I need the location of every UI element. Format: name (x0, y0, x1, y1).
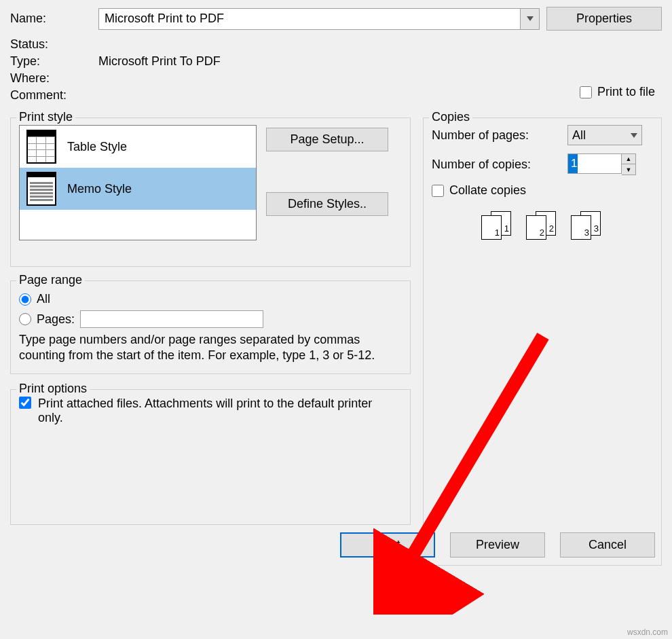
print-style-legend: Print style (16, 110, 75, 124)
page-range-help: Type page numbers and/or page ranges sep… (19, 332, 402, 364)
preview-button[interactable]: Preview (450, 532, 545, 558)
page-range-all-label: All (37, 292, 50, 306)
page-range-all-radio[interactable] (19, 293, 31, 306)
print-style-group: Print style Table Style (10, 117, 411, 267)
print-options-group: Print options Print attached files. Atta… (10, 389, 411, 525)
where-label: Where: (10, 71, 92, 86)
style-item-table[interactable]: Table Style (20, 126, 256, 168)
page-range-pages-label: Pages: (37, 312, 75, 327)
print-options-legend: Print options (16, 382, 90, 396)
printer-name-value: Microsoft Print to PDF (99, 12, 520, 26)
properties-button[interactable]: Properties (546, 7, 662, 31)
chevron-down-icon (631, 133, 637, 138)
num-copies-label: Number of copies: (432, 158, 561, 172)
watermark: wsxdn.com (627, 627, 668, 637)
printer-name-combo[interactable]: Microsoft Print to PDF (98, 8, 540, 30)
copies-group: Copies Number of pages: All Number of co… (423, 117, 662, 566)
memo-style-icon (26, 172, 56, 206)
num-copies-input[interactable] (567, 153, 622, 174)
collate-label: Collate copies (449, 183, 526, 198)
spin-down-icon[interactable]: ▼ (622, 164, 635, 175)
chevron-down-icon[interactable] (520, 9, 539, 29)
print-button[interactable]: Print (340, 532, 435, 558)
table-style-icon (26, 130, 56, 164)
print-attached-label: Print attached files. Attachments will p… (38, 397, 377, 425)
name-label: Name: (10, 12, 92, 26)
type-value: Microsoft Print To PDF (98, 54, 662, 69)
define-styles-button[interactable]: Define Styles.. (266, 192, 388, 216)
print-attached-checkbox[interactable] (19, 397, 31, 409)
collate-illustration: 11 22 33 (432, 211, 653, 240)
print-to-file-checkbox[interactable] (580, 86, 592, 98)
num-pages-label: Number of pages: (432, 128, 561, 143)
spin-up-icon[interactable]: ▲ (622, 154, 635, 164)
page-range-legend: Page range (16, 273, 85, 287)
status-label: Status: (10, 37, 92, 52)
type-label: Type: (10, 54, 92, 69)
style-item-memo[interactable]: Memo Style (20, 168, 256, 210)
pages-input[interactable] (80, 310, 263, 328)
print-to-file-label: Print to file (597, 85, 655, 99)
num-copies-spinner[interactable]: ▲ ▼ (567, 153, 636, 175)
comment-value (98, 88, 662, 103)
num-pages-value: All (572, 128, 586, 143)
page-setup-button[interactable]: Page Setup... (266, 128, 388, 151)
style-item-label: Table Style (67, 140, 127, 154)
page-range-group: Page range All Pages: Type page numbers … (10, 280, 411, 374)
copies-legend: Copies (429, 110, 472, 124)
style-item-label: Memo Style (67, 182, 132, 196)
collate-checkbox[interactable] (432, 185, 444, 197)
comment-label: Comment: (10, 88, 92, 103)
page-range-pages-radio[interactable] (19, 313, 31, 325)
print-dialog: Name: Microsoft Print to PDF Properties … (0, 0, 672, 572)
where-value (98, 71, 662, 86)
status-value (98, 37, 662, 52)
cancel-button[interactable]: Cancel (560, 532, 655, 558)
num-pages-select[interactable]: All (567, 125, 642, 145)
print-style-list[interactable]: Table Style Memo Style (19, 125, 257, 240)
